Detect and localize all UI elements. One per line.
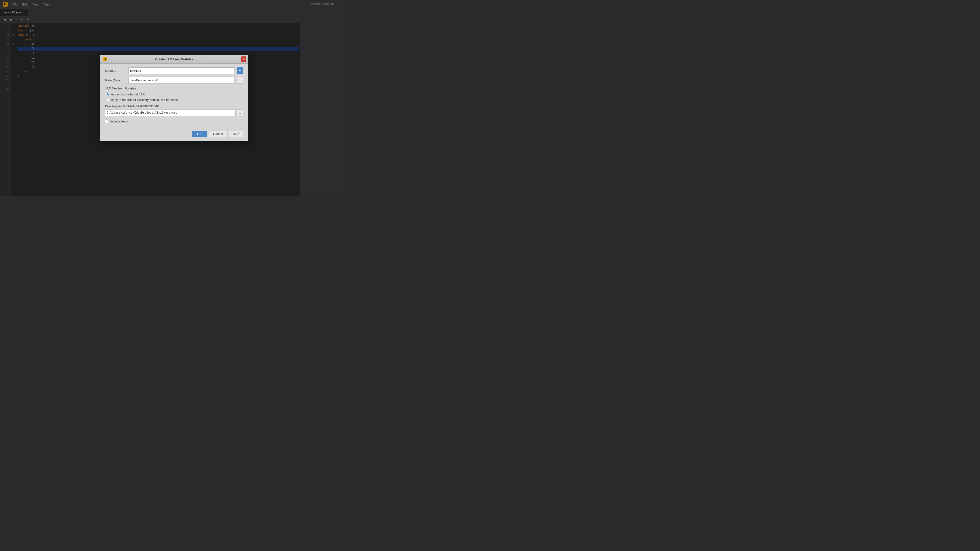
ok-button[interactable]: OK bbox=[192, 131, 207, 137]
dialog-title: Create JAR from Modules bbox=[155, 57, 193, 61]
main-class-label: Main Class: bbox=[105, 78, 127, 82]
dialog-footer: OK Cancel Help bbox=[100, 131, 248, 141]
module-row: MModule:odule: ▼ bbox=[105, 67, 243, 74]
directory-input-row: ... bbox=[105, 110, 243, 116]
help-button[interactable]: Help bbox=[229, 131, 243, 137]
include-tests-label: Include tests bbox=[110, 119, 128, 123]
radio-extract[interactable] bbox=[106, 92, 109, 96]
main-class-row: Main Class: ... bbox=[105, 77, 243, 84]
radio-copy-row: copy to the output directory and link vi… bbox=[106, 98, 243, 102]
dialog-body: MModule:odule: ▼ Main Class: ... JAR fil… bbox=[100, 64, 248, 131]
directory-label: Directory for META-INF/MANIFEST.MF: bbox=[105, 105, 243, 108]
dialog-close-button[interactable]: ✕ bbox=[241, 56, 246, 62]
module-label: MModule:odule: bbox=[105, 69, 127, 73]
directory-input[interactable] bbox=[105, 110, 235, 116]
main-class-ellipsis-button[interactable]: ... bbox=[237, 77, 243, 84]
main-class-input[interactable] bbox=[129, 77, 235, 84]
module-input[interactable] bbox=[129, 67, 235, 74]
radio-copy[interactable] bbox=[106, 98, 109, 102]
cancel-button[interactable]: Cancel bbox=[209, 131, 227, 137]
jar-files-section-label: JAR files from libraries bbox=[105, 87, 243, 90]
include-tests-checkbox[interactable] bbox=[105, 119, 108, 123]
radio-extract-row: extract to the target JAR bbox=[106, 92, 243, 96]
radio-extract-label: extract to the target JAR bbox=[111, 92, 145, 96]
directory-row: Directory for META-INF/MANIFEST.MF: ... bbox=[105, 105, 243, 116]
dialog-logo: IJ bbox=[103, 57, 107, 61]
include-tests-row: Include tests bbox=[105, 119, 243, 123]
directory-ellipsis-button[interactable]: ... bbox=[237, 110, 243, 116]
module-dropdown-button[interactable]: ▼ bbox=[237, 67, 243, 74]
radio-copy-label: copy to the output directory and link vi… bbox=[111, 98, 178, 102]
radio-group: extract to the target JAR copy to the ou… bbox=[105, 92, 243, 102]
create-jar-dialog: IJ Create JAR from Modules ✕ MModule:odu… bbox=[100, 55, 248, 141]
dialog-titlebar: IJ Create JAR from Modules ✕ bbox=[100, 55, 248, 64]
